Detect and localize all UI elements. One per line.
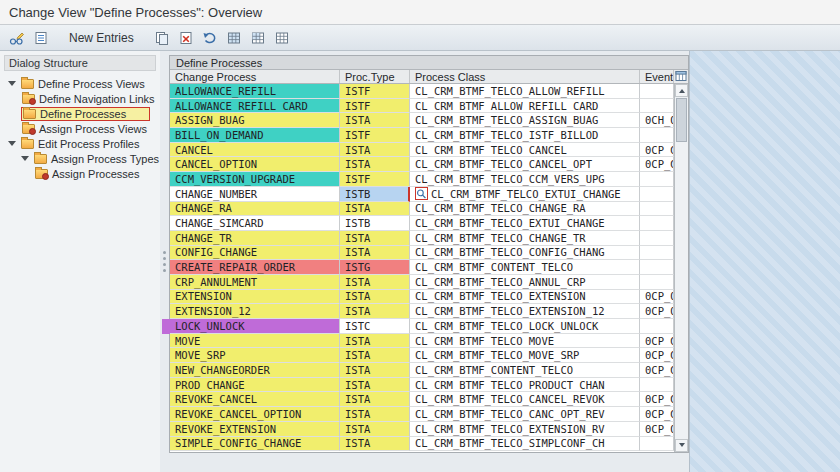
- cell-change-process[interactable]: ALLOWANCE_REFILL: [170, 84, 340, 99]
- cell-proc-type[interactable]: ISTC: [340, 319, 410, 334]
- vertical-scrollbar[interactable]: [674, 84, 688, 452]
- tree-item-assign-processes[interactable]: Assign Processes: [4, 166, 160, 181]
- panel-splitter[interactable]: [160, 51, 169, 472]
- scroll-down-button[interactable]: [675, 439, 688, 452]
- cell-event[interactable]: [640, 216, 674, 231]
- caret-down-icon[interactable]: [8, 141, 16, 146]
- cell-proc-type[interactable]: ISTB: [340, 216, 410, 231]
- cell-event[interactable]: [640, 260, 674, 275]
- cell-event[interactable]: 0CP_G: [640, 157, 674, 172]
- cell-proc-type[interactable]: ISTB: [340, 187, 410, 202]
- cell-change-process[interactable]: EXTENSION: [170, 290, 340, 305]
- column-header-process-class[interactable]: Process Class: [410, 70, 640, 83]
- cell-event[interactable]: 0CP_O: [640, 304, 674, 319]
- cell-proc-type[interactable]: ISTA: [340, 392, 410, 407]
- cell-process-class[interactable]: CL_CRM_BTMF_TELCO_CANCEL_OPT: [410, 157, 640, 172]
- cell-process-class[interactable]: CL_CRM_BTMF_TELCO_ANNUL_CRP: [410, 275, 640, 290]
- cell-process-class[interactable]: CL_CRM_BTMF_TELCO_CANCEL: [410, 143, 640, 158]
- cell-event[interactable]: [640, 187, 674, 202]
- cell-process-class[interactable]: CL_CRM_BTMF_TELCO_SIMPLCONF_CH: [410, 437, 640, 452]
- caret-down-icon[interactable]: [8, 81, 16, 86]
- cell-process-class[interactable]: CL_CRM_BTMF_TELCO_MOVE_SRP: [410, 348, 640, 363]
- cell-event[interactable]: 0CP_O: [640, 290, 674, 305]
- cell-process-class[interactable]: CL_CRM_BTMF_TELCO_EXTENSION_12: [410, 304, 640, 319]
- cell-process-class[interactable]: CL_CRM_BTMF_TELCO_ASSIGN_BUAG: [410, 113, 640, 128]
- display-change-toggle-button[interactable]: [5, 27, 29, 48]
- cell-process-class[interactable]: CL_CRM_BTMF_TELCO_ALLOW_REFILL: [410, 84, 640, 99]
- cell-proc-type[interactable]: ISTF: [340, 84, 410, 99]
- cell-event[interactable]: 0CP_G: [640, 407, 674, 422]
- scrollbar-thumb[interactable]: [676, 98, 687, 142]
- cell-process-class[interactable]: CL_CRM_BTMF_TELCO_EXTENSION_RV: [410, 422, 640, 437]
- cell-event[interactable]: 0CP_G: [640, 392, 674, 407]
- cell-change-process[interactable]: REVOKE_EXTENSION: [170, 422, 340, 437]
- cell-process-class[interactable]: CL_CRM_BTMF_TELCO_CONFIG_CHANG: [410, 246, 640, 261]
- cell-event[interactable]: 0CP_G: [640, 348, 674, 363]
- select-all-button[interactable]: [222, 27, 246, 48]
- cell-event[interactable]: 0CP_G: [640, 363, 674, 378]
- cell-event[interactable]: 0CP_O: [640, 422, 674, 437]
- cell-proc-type[interactable]: ISTG: [340, 260, 410, 275]
- cell-change-process[interactable]: CCM_VERSION_UPGRADE: [170, 172, 340, 187]
- cell-proc-type[interactable]: ISTA: [340, 304, 410, 319]
- column-header-event[interactable]: Event: [640, 70, 674, 83]
- cell-event[interactable]: [640, 172, 674, 187]
- cell-proc-type[interactable]: ISTA: [340, 290, 410, 305]
- cell-proc-type[interactable]: ISTF: [340, 172, 410, 187]
- cell-event[interactable]: [640, 99, 674, 114]
- cell-process-class[interactable]: CL_CRM_BTMF_TELCO_EXTUI_CHANGE: [410, 187, 640, 202]
- cell-proc-type[interactable]: ISTA: [340, 113, 410, 128]
- cell-process-class[interactable]: CL_CRM_BTMF_CONTENT_TELCO: [410, 363, 640, 378]
- cell-proc-type[interactable]: ISTA: [340, 246, 410, 261]
- cell-change-process[interactable]: REVOKE_CANCEL: [170, 392, 340, 407]
- tree-item-define-navigation-links[interactable]: Define Navigation Links: [4, 91, 160, 106]
- cell-change-process[interactable]: REVOKE_CANCEL_OPTION: [170, 407, 340, 422]
- cell-proc-type[interactable]: ISTF: [340, 128, 410, 143]
- cell-proc-type[interactable]: ISTA: [340, 437, 410, 452]
- cell-process-class[interactable]: CL_CRM_BTMF_TELCO_CANC_OPT_REV: [410, 407, 640, 422]
- cell-process-class[interactable]: CL_CRM_BTMF_TELCO_ISTF_BILLOD: [410, 128, 640, 143]
- tree-item-edit-process-profiles[interactable]: Edit Process Profiles: [4, 136, 160, 151]
- cell-change-process[interactable]: SIMPLE_CONFIG_CHANGE: [170, 437, 340, 452]
- cell-process-class[interactable]: CL_CRM_BTMF_CONTENT_TELCO: [410, 260, 640, 275]
- tree-item-content[interactable]: Define Processes: [21, 107, 150, 121]
- cell-change-process[interactable]: CANCEL_OPTION: [170, 157, 340, 172]
- tree-item-assign-process-types[interactable]: Assign Process Types: [4, 151, 160, 166]
- cell-event[interactable]: [640, 437, 674, 452]
- cell-change-process[interactable]: MOVE_SRP: [170, 348, 340, 363]
- cell-event[interactable]: [640, 128, 674, 143]
- cell-process-class[interactable]: CL_CRM_BTMF_TELCO_EXTENSION: [410, 290, 640, 305]
- cell-change-process[interactable]: CANCEL: [170, 143, 340, 158]
- cell-change-process[interactable]: CONFIG_CHANGE: [170, 246, 340, 261]
- tree-item-content[interactable]: Assign Process Views: [21, 122, 150, 136]
- scroll-up-button[interactable]: [675, 84, 688, 97]
- cell-event[interactable]: [640, 378, 674, 393]
- cell-proc-type[interactable]: ISTA: [340, 348, 410, 363]
- delete-row-button[interactable]: [174, 27, 198, 48]
- cell-proc-type[interactable]: ISTA: [340, 363, 410, 378]
- cell-change-process[interactable]: CHANGE_SIMCARD: [170, 216, 340, 231]
- cell-event[interactable]: [640, 246, 674, 261]
- tree-item-content[interactable]: Edit Process Profiles: [20, 137, 142, 151]
- cell-proc-type[interactable]: ISTA: [340, 202, 410, 217]
- cell-proc-type[interactable]: ISTA: [340, 422, 410, 437]
- tree-item-define-process-views[interactable]: Define Process Views: [4, 76, 160, 91]
- table-view-button[interactable]: [29, 27, 53, 48]
- cell-process-class[interactable]: CL_CRM_BTMF_TELCO_LOCK_UNLOCK: [410, 319, 640, 334]
- deselect-all-button[interactable]: [270, 27, 294, 48]
- cell-event[interactable]: 0CH_O: [640, 113, 674, 128]
- splitter-handle-icon[interactable]: [163, 251, 166, 272]
- caret-down-icon[interactable]: [21, 156, 29, 161]
- column-header-change-process[interactable]: Change Process: [170, 70, 340, 83]
- cell-event[interactable]: 0CP_G: [640, 143, 674, 158]
- cell-process-class[interactable]: CL_CRM_BTMF_TELCO_CHANGE_TR: [410, 231, 640, 246]
- tree-item-content[interactable]: Define Process Views: [20, 77, 148, 91]
- table-configuration-icon[interactable]: [675, 70, 687, 83]
- cell-proc-type[interactable]: ISTA: [340, 378, 410, 393]
- select-block-button[interactable]: [246, 27, 270, 48]
- tree-item-content[interactable]: Assign Processes: [34, 167, 142, 181]
- value-help-icon[interactable]: [415, 187, 428, 200]
- tree-item-content[interactable]: Define Navigation Links: [21, 92, 158, 106]
- cell-change-process[interactable]: LOCK_UNLOCK: [170, 319, 340, 334]
- cell-proc-type[interactable]: ISTF: [340, 99, 410, 114]
